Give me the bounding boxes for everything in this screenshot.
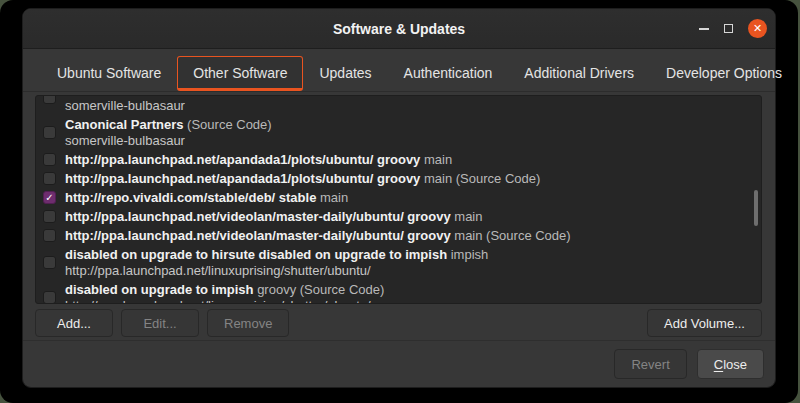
source-checkbox-checked[interactable]: ✓ <box>43 191 56 204</box>
tab-ubuntu-software[interactable]: Ubuntu Software <box>41 56 177 91</box>
tab-updates[interactable]: Updates <box>303 56 387 91</box>
titlebar[interactable]: Software & Updates ✕ <box>23 9 775 49</box>
source-row[interactable]: http://ppa.launchpad.net/apandada1/plots… <box>39 150 758 169</box>
list-content: Canonical Partnerssomerville-bulbasaurCa… <box>36 95 761 304</box>
source-row[interactable]: Canonical Partnerssomerville-bulbasaur <box>39 95 758 115</box>
source-label: http://ppa.launchpad.net/videolan/master… <box>65 209 483 225</box>
tab-additional-drivers[interactable]: Additional Drivers <box>508 56 650 91</box>
tab-authentication[interactable]: Authentication <box>388 56 509 91</box>
screenshot-background: Software & Updates ✕ Ubuntu SoftwareOthe… <box>0 0 798 403</box>
tab-other-software[interactable]: Other Software <box>177 56 303 91</box>
source-row[interactable]: http://ppa.launchpad.net/videolan/master… <box>39 226 758 245</box>
close-icon: ✕ <box>753 23 762 34</box>
source-row[interactable]: ✓http://repo.vivaldi.com/stable/deb/ sta… <box>39 188 758 207</box>
source-label: http://ppa.launchpad.net/videolan/master… <box>65 228 571 244</box>
source-row[interactable]: Canonical Partners (Source Code)somervil… <box>39 115 758 150</box>
source-row[interactable]: http://ppa.launchpad.net/apandada1/plots… <box>39 169 758 188</box>
source-checkbox[interactable] <box>43 153 56 166</box>
source-checkbox[interactable] <box>43 291 56 304</box>
tab-bar: Ubuntu SoftwareOther SoftwareUpdatesAuth… <box>41 56 775 91</box>
source-row[interactable]: disabled on upgrade to hirsute disabled … <box>39 245 758 280</box>
revert-button[interactable]: Revert <box>614 349 686 379</box>
vertical-scrollbar[interactable] <box>754 190 758 226</box>
source-checkbox[interactable] <box>43 95 56 104</box>
add-volume-button[interactable]: Add Volume... <box>647 309 762 337</box>
maximize-button[interactable] <box>724 24 733 33</box>
add-button[interactable]: Add... <box>35 309 113 337</box>
source-label: http://ppa.launchpad.net/apandada1/plots… <box>65 171 540 187</box>
close-window-button[interactable]: ✕ <box>748 19 767 38</box>
close-button[interactable]: Close <box>697 349 764 379</box>
source-label: disabled on upgrade to impish groovy (So… <box>65 282 384 305</box>
software-updates-window: Software & Updates ✕ Ubuntu SoftwareOthe… <box>22 8 776 388</box>
source-checkbox[interactable] <box>43 256 56 269</box>
source-row[interactable]: http://ppa.launchpad.net/videolan/master… <box>39 207 758 226</box>
source-label: Canonical Partnerssomerville-bulbasaur <box>65 95 185 114</box>
source-checkbox[interactable] <box>43 229 56 242</box>
source-label: disabled on upgrade to hirsute disabled … <box>65 247 488 279</box>
dialog-action-area: Revert Close <box>23 340 775 387</box>
source-row[interactable]: disabled on upgrade to impish groovy (So… <box>39 280 758 304</box>
source-label: http://ppa.launchpad.net/apandada1/plots… <box>65 152 452 168</box>
maximize-icon <box>724 24 733 33</box>
minimize-button[interactable] <box>699 28 709 30</box>
software-sources-list[interactable]: Canonical Partnerssomerville-bulbasaurCa… <box>35 95 762 304</box>
tab-strip: Ubuntu SoftwareOther SoftwareUpdatesAuth… <box>23 49 775 92</box>
window-title: Software & Updates <box>333 21 465 37</box>
source-checkbox[interactable] <box>43 210 56 223</box>
source-label: Canonical Partners (Source Code)somervil… <box>65 117 272 149</box>
source-label: http://repo.vivaldi.com/stable/deb/ stab… <box>65 190 348 206</box>
tab-developer-options[interactable]: Developer Options <box>650 56 798 91</box>
edit-button[interactable]: Edit... <box>121 309 199 337</box>
window-controls: ✕ <box>699 9 767 48</box>
source-checkbox[interactable] <box>43 172 56 185</box>
minimize-icon <box>699 28 709 30</box>
list-action-buttons: Add... Edit... Remove Add Volume... <box>35 309 762 337</box>
source-checkbox[interactable] <box>43 126 56 139</box>
remove-button[interactable]: Remove <box>207 309 289 337</box>
